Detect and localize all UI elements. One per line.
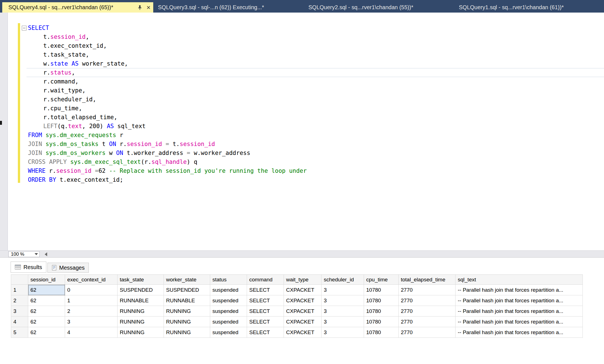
column-header-command[interactable]: command [247,275,284,285]
grid-cell-scheduler_id[interactable]: 3 [322,317,364,327]
grid-cell-worker_state[interactable]: RUNNING [164,317,210,327]
document-tab-4[interactable]: SQLQuery1.sql - sq...rver1\chandan (61))… [456,2,604,13]
row-header-cell[interactable]: 3 [11,306,28,317]
row-header-column[interactable] [11,275,28,285]
grid-cell-sql_text[interactable]: -- Parallel hash join that forces repart… [456,295,583,306]
grid-cell-worker_state[interactable]: RUNNABLE [164,295,210,306]
pin-icon[interactable] [137,5,143,10]
grid-cell-sql_text[interactable]: -- Parallel hash join that forces repart… [456,306,583,317]
code-token: session_id [127,141,162,147]
grid-cell-exec_context_id[interactable]: 0 [65,285,118,295]
zoom-level-select[interactable]: 100 % [8,251,40,257]
grid-cell-worker_state[interactable]: RUNNING [164,306,210,317]
grid-cell-worker_state[interactable]: SUSPENDED [164,285,210,295]
grid-cell-total_elapsed_time[interactable]: 2770 [399,306,456,317]
code-token: r.scheduler_id, [43,96,96,103]
code-text: SELECTt.session_id,t.exec_context_id,t.t… [28,23,307,184]
row-header-cell[interactable]: 5 [11,327,28,338]
code-token: q. [61,123,68,130]
code-collapse-toggle[interactable] [22,26,27,30]
grid-cell-worker_state[interactable]: RUNNING [164,327,210,338]
column-header-sql_text[interactable]: sql_text [456,275,583,285]
grid-cell-task_state[interactable]: SUSPENDED [118,285,164,295]
tab-messages[interactable]: Messages [47,263,89,273]
sql-editor[interactable]: SELECTt.session_id,t.exec_context_id,t.t… [0,13,604,250]
document-tab-3[interactable]: SQLQuery2.sql - sq...rver1\chandan (55))… [306,2,454,13]
grid-cell-status[interactable]: suspended [210,327,247,338]
grid-cell-wait_type[interactable]: CXPACKET [284,285,322,295]
grid-cell-session_id[interactable]: 62 [28,317,65,327]
column-header-wait_type[interactable]: wait_type [284,275,322,285]
code-token: ORDER BY [28,176,56,183]
row-header-cell[interactable]: 1 [11,285,28,295]
grid-cell-task_state[interactable]: RUNNABLE [118,295,164,306]
grid-cell-command[interactable]: SELECT [247,327,284,338]
grid-cell-wait_type[interactable]: CXPACKET [284,306,322,317]
grid-cell-total_elapsed_time[interactable]: 2770 [399,285,456,295]
code-token: CROSS [28,159,45,165]
grid-cell-status[interactable]: suspended [210,295,247,306]
grid-cell-exec_context_id[interactable]: 4 [65,327,118,338]
column-header-total_elapsed_time[interactable]: total_elapsed_time [399,275,456,285]
grid-cell-wait_type[interactable]: CXPACKET [284,327,322,338]
code-token [42,150,46,156]
grid-cell-sql_text[interactable]: -- Parallel hash join that forces repart… [456,285,583,295]
grid-cell-scheduler_id[interactable]: 3 [322,306,364,317]
grid-cell-command[interactable]: SELECT [247,306,284,317]
column-header-status[interactable]: status [210,275,247,285]
grid-cell-cpu_time[interactable]: 10780 [364,295,399,306]
grid-cell-session_id[interactable]: 62 [28,327,65,338]
grid-cell-total_elapsed_time[interactable]: 2770 [399,327,456,338]
document-tab-1[interactable]: SQLQuery4.sql - sq...rver1\chandan (65))… [2,2,153,13]
grid-cell-task_state[interactable]: RUNNING [118,306,164,317]
grid-cell-task_state[interactable]: RUNNING [118,317,164,327]
grid-cell-status[interactable]: suspended [210,306,247,317]
grid-cell-command[interactable]: SELECT [247,285,284,295]
document-tab-label: SQLQuery3.sql - sql-...n (62)) Executing… [158,4,264,11]
row-header-cell[interactable]: 4 [11,317,28,327]
grid-cell-exec_context_id[interactable]: 2 [65,306,118,317]
grid-cell-session_id[interactable]: 62 [28,306,65,317]
grid-cell-cpu_time[interactable]: 10780 [364,306,399,317]
grid-cell-wait_type[interactable]: CXPACKET [284,317,322,327]
tab-results-label: Results [23,264,42,270]
grid-cell-total_elapsed_time[interactable]: 2770 [399,317,456,327]
grid-cell-task_state[interactable]: RUNNING [118,327,164,338]
code-token: r. [116,141,127,147]
grid-cell-status[interactable]: suspended [210,317,247,327]
tab-results[interactable]: Results [11,262,46,273]
grid-cell-scheduler_id[interactable]: 3 [322,285,364,295]
grid-cell-scheduler_id[interactable]: 3 [322,327,364,338]
grid-cell-exec_context_id[interactable]: 3 [65,317,118,327]
grid-cell-command[interactable]: SELECT [247,295,284,306]
column-header-worker_state[interactable]: worker_state [164,275,210,285]
grid-cell-session_id[interactable]: 62 [28,285,65,295]
code-token: sql_text [114,123,146,130]
grid-cell-total_elapsed_time[interactable]: 2770 [399,295,456,306]
grid-cell-cpu_time[interactable]: 10780 [364,327,399,338]
panel-splitter-handle[interactable] [0,121,2,125]
column-header-exec_context_id[interactable]: exec_context_id [65,275,118,285]
column-header-cpu_time[interactable]: cpu_time [364,275,399,285]
column-header-task_state[interactable]: task_state [118,275,164,285]
document-tab-2[interactable]: SQLQuery3.sql - sql-...n (62)) Executing… [155,2,304,13]
row-header-cell[interactable]: 2 [11,295,28,306]
grid-cell-session_id[interactable]: 62 [28,295,65,306]
close-icon[interactable]: × [147,5,150,10]
grid-cell-scheduler_id[interactable]: 3 [322,295,364,306]
grid-cell-wait_type[interactable]: CXPACKET [284,295,322,306]
column-header-scheduler_id[interactable]: scheduler_id [322,275,364,285]
grid-cell-sql_text[interactable]: -- Parallel hash join that forces repart… [456,327,583,338]
grid-cell-cpu_time[interactable]: 10780 [364,317,399,327]
grid-cell-command[interactable]: SELECT [247,317,284,327]
grid-cell-status[interactable]: suspended [210,285,247,295]
column-header-session_id[interactable]: session_id [28,275,65,285]
grid-cell-sql_text[interactable]: -- Parallel hash join that forces repart… [456,317,583,327]
results-grid-icon [15,264,21,270]
grid-cell-exec_context_id[interactable]: 1 [65,295,118,306]
scroll-left-arrow-icon[interactable] [45,252,47,256]
code-token [67,159,70,165]
grid-cell-cpu_time[interactable]: 10780 [364,285,399,295]
code-token [68,60,72,67]
code-token: r. [43,69,50,76]
